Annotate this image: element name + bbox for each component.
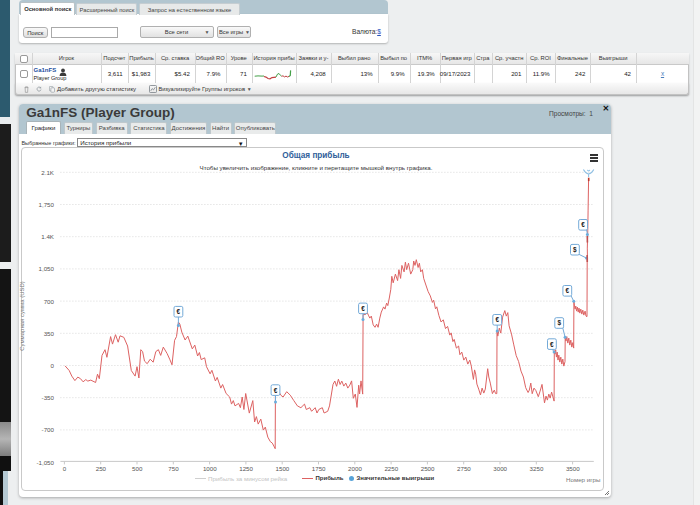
svg-text:€: € <box>496 316 500 323</box>
svg-text:€: € <box>550 340 554 347</box>
svg-text:€: € <box>581 221 585 228</box>
svg-text:€: € <box>274 386 278 393</box>
svg-text:$: $ <box>558 319 562 327</box>
svg-text:€: € <box>566 287 570 294</box>
svg-text:€: € <box>361 305 365 312</box>
svg-text:$: $ <box>573 246 577 254</box>
svg-text:€: € <box>177 308 181 315</box>
